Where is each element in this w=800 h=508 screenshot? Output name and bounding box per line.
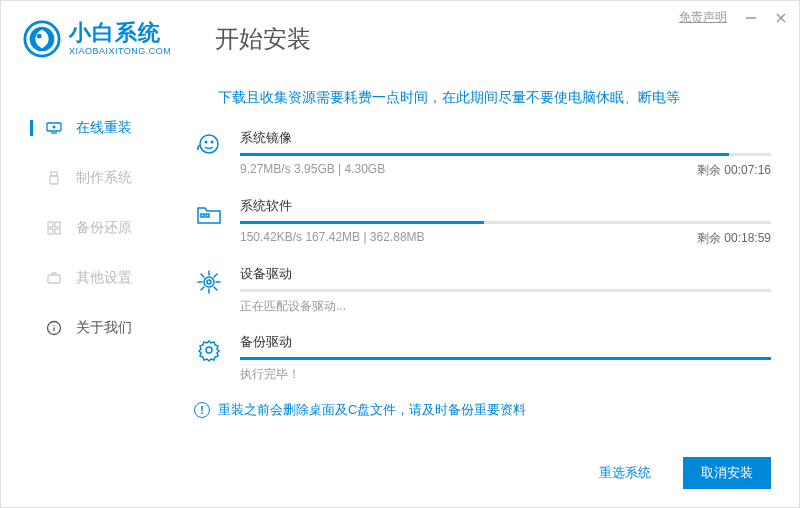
monitor-icon xyxy=(46,120,62,136)
warning-text: 重装之前会删除桌面及C盘文件，请及时备份重要资料 xyxy=(218,401,526,419)
svg-point-21 xyxy=(211,141,214,144)
sidebar-item-label: 在线重装 xyxy=(76,119,132,137)
svg-rect-14 xyxy=(55,229,60,234)
svg-point-7 xyxy=(53,126,56,129)
svg-rect-13 xyxy=(48,229,53,234)
svg-point-2 xyxy=(37,34,42,39)
alert-icon: ! xyxy=(194,402,210,418)
task-system-software: 系统软件 150.42KB/s 167.42MB | 362.88MB 剩余 0… xyxy=(194,197,771,247)
svg-rect-15 xyxy=(48,275,60,283)
sidebar-item-label: 其他设置 xyxy=(76,269,132,287)
svg-rect-22 xyxy=(201,214,204,217)
image-icon xyxy=(194,131,224,161)
grid-icon xyxy=(46,220,62,236)
brand-sub: XIAOBAIXITONG.COM xyxy=(69,46,171,56)
task-detail: 执行完毕！ xyxy=(240,366,300,383)
task-detail: 9.27MB/s 3.95GB | 4.30GB xyxy=(240,162,385,179)
sidebar-item-reinstall[interactable]: 在线重装 xyxy=(1,103,176,153)
task-detail: 正在匹配设备驱动... xyxy=(240,298,346,315)
brand-name: 小白系统 xyxy=(69,22,171,44)
sidebar-item-settings[interactable]: 其他设置 xyxy=(1,253,176,303)
svg-rect-23 xyxy=(206,214,209,217)
sidebar-item-create[interactable]: 制作系统 xyxy=(1,153,176,203)
svg-point-20 xyxy=(205,141,208,144)
svg-rect-12 xyxy=(55,222,60,227)
svg-line-32 xyxy=(214,274,217,277)
task-title: 备份驱动 xyxy=(240,333,292,351)
task-remain: 剩余 00:07:16 xyxy=(697,162,771,179)
hint-text: 下载且收集资源需要耗费一点时间，在此期间尽量不要使电脑休眠、断电等 xyxy=(218,89,771,107)
svg-rect-11 xyxy=(48,222,53,227)
svg-line-31 xyxy=(214,287,217,290)
header: 小白系统 XIAOBAIXITONG.COM 开始安装 免责声明 xyxy=(1,1,799,71)
svg-point-25 xyxy=(207,280,211,284)
sidebar-item-label: 关于我们 xyxy=(76,319,132,337)
svg-point-19 xyxy=(200,135,218,153)
task-title: 系统软件 xyxy=(240,197,292,215)
close-button[interactable] xyxy=(775,12,787,24)
task-list: 系统镜像 9.27MB/s 3.95GB | 4.30GB 剩余 00:07:1… xyxy=(194,129,771,383)
svg-point-34 xyxy=(206,347,212,353)
task-title: 系统镜像 xyxy=(240,129,292,147)
progress-bar xyxy=(240,153,771,156)
sidebar-item-about[interactable]: 关于我们 xyxy=(1,303,176,353)
sidebar-item-label: 备份还原 xyxy=(76,219,132,237)
svg-line-30 xyxy=(201,274,204,277)
usb-icon xyxy=(46,170,62,186)
sidebar-item-label: 制作系统 xyxy=(76,169,132,187)
disclaimer-link[interactable]: 免责声明 xyxy=(679,9,727,26)
page-title: 开始安装 xyxy=(215,23,311,55)
footer: 重选系统 取消安装 xyxy=(186,441,771,507)
reselect-button[interactable]: 重选系统 xyxy=(581,457,669,489)
task-remain: 剩余 00:18:59 xyxy=(697,230,771,247)
logo-icon xyxy=(23,20,61,58)
gear-icon xyxy=(194,267,224,297)
svg-line-33 xyxy=(201,287,204,290)
minimize-button[interactable] xyxy=(745,12,757,24)
sidebar: 在线重装 制作系统 备份还原 其他设置 关于我们 xyxy=(1,71,176,507)
warning-notice: ! 重装之前会删除桌面及C盘文件，请及时备份重要资料 xyxy=(194,401,771,419)
task-backup-driver: 备份驱动 执行完毕！ xyxy=(194,333,771,383)
info-icon xyxy=(46,320,62,336)
task-system-image: 系统镜像 9.27MB/s 3.95GB | 4.30GB 剩余 00:07:1… xyxy=(194,129,771,179)
progress-bar xyxy=(240,357,771,360)
briefcase-icon xyxy=(46,270,62,286)
folder-icon xyxy=(194,199,224,229)
main-content: 下载且收集资源需要耗费一点时间，在此期间尽量不要使电脑休眠、断电等 系统镜像 9… xyxy=(176,71,799,507)
svg-rect-10 xyxy=(50,176,58,184)
logo: 小白系统 XIAOBAIXITONG.COM xyxy=(23,20,171,58)
svg-point-24 xyxy=(204,277,214,287)
gear-outline-icon xyxy=(194,335,224,365)
progress-bar xyxy=(240,221,771,224)
sidebar-item-backup[interactable]: 备份还原 xyxy=(1,203,176,253)
task-title: 设备驱动 xyxy=(240,265,292,283)
task-detail: 150.42KB/s 167.42MB | 362.88MB xyxy=(240,230,425,247)
progress-bar xyxy=(240,289,771,292)
cancel-install-button[interactable]: 取消安装 xyxy=(683,457,771,489)
task-device-driver: 设备驱动 正在匹配设备驱动... xyxy=(194,265,771,315)
